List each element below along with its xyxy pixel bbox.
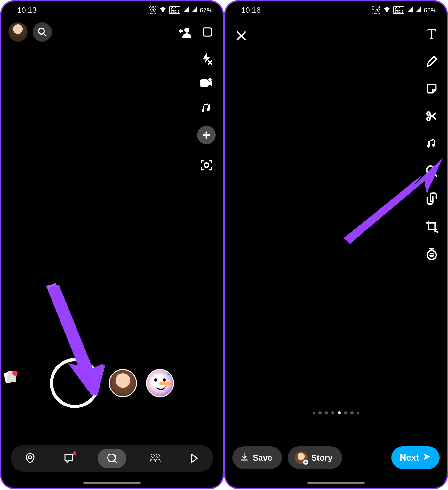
camera-tools: + <box>197 51 216 173</box>
nav-chat[interactable] <box>59 449 78 468</box>
signal-icon-1 <box>407 7 413 14</box>
lte-badge: Vo" LTE 2 <box>393 6 404 14</box>
profile-avatar[interactable] <box>8 22 28 42</box>
text-tool[interactable] <box>424 26 439 41</box>
home-indicator <box>83 482 141 484</box>
save-button[interactable]: Save <box>232 446 282 469</box>
svg-point-14 <box>204 163 209 167</box>
music-button[interactable] <box>199 101 214 116</box>
video-button[interactable]: + <box>199 76 214 91</box>
camera-top-row <box>1 19 223 45</box>
svg-point-3 <box>184 28 189 33</box>
home-indicator <box>307 482 365 484</box>
clock: 10:13 <box>17 6 36 15</box>
flash-button[interactable] <box>199 51 214 66</box>
download-icon <box>239 452 249 464</box>
svg-point-24 <box>388 10 390 12</box>
battery-text: 67% <box>200 7 212 14</box>
filter-pagination <box>313 411 359 414</box>
status-bar: 10:13 968 KB/S Vo" LTE 2 67% <box>1 1 223 19</box>
page-dot-active <box>338 411 341 414</box>
svg-point-23 <box>156 454 159 457</box>
lte-badge: Vo" LTE 2 <box>169 6 180 14</box>
story-avatar-icon <box>295 451 308 464</box>
page-dot <box>357 412 359 414</box>
more-tools-button[interactable] <box>197 126 216 144</box>
editor-screen: 10:16 0.16 KB/S Vo" LTE 2 66% <box>224 0 448 489</box>
page-dot <box>350 411 354 414</box>
close-button[interactable] <box>236 30 247 44</box>
send-icon <box>422 452 431 463</box>
nav-camera[interactable] <box>98 449 126 468</box>
send-bar: Save Story Next <box>232 446 440 469</box>
crop-tool[interactable] <box>424 219 439 234</box>
network-speed: 968 KB/S <box>147 6 157 14</box>
scan-button[interactable] <box>199 158 214 173</box>
sparkle-icon: ✦ <box>130 369 137 376</box>
page-dot <box>313 412 315 414</box>
story-button[interactable]: Story <box>288 446 342 469</box>
signal-icon-2 <box>191 7 197 14</box>
lens-option-1[interactable]: ✦ <box>109 369 137 397</box>
page-dot <box>344 411 347 414</box>
link-tool[interactable] <box>424 191 439 206</box>
music-tool[interactable] <box>424 136 439 151</box>
page-dot <box>318 411 322 414</box>
lens-option-2[interactable] <box>146 369 174 397</box>
bottom-nav <box>11 445 213 472</box>
story-label: Story <box>311 453 332 463</box>
svg-rect-13 <box>203 134 210 136</box>
svg-rect-6 <box>203 28 211 36</box>
page-dot <box>331 411 334 414</box>
next-button[interactable]: Next <box>391 446 440 469</box>
nav-spotlight[interactable] <box>184 449 204 468</box>
nav-stories[interactable] <box>146 449 165 468</box>
signal-icon-1 <box>183 7 189 14</box>
page-dot <box>325 411 328 414</box>
svg-line-2 <box>44 33 46 36</box>
svg-point-28 <box>427 117 430 120</box>
svg-point-0 <box>164 10 166 12</box>
signal-icon-2 <box>415 7 421 14</box>
capture-area: ✦ <box>1 358 223 408</box>
status-bar: 10:16 0.16 KB/S Vo" LTE 2 66% <box>225 1 447 19</box>
next-label: Next <box>400 453 419 463</box>
svg-rect-5 <box>179 30 183 32</box>
capture-button[interactable] <box>50 358 100 408</box>
draw-tool[interactable] <box>424 54 439 68</box>
wifi-icon <box>383 6 391 14</box>
network-speed: 0.16 KB/S <box>371 6 381 14</box>
svg-text:+: + <box>209 78 211 82</box>
add-friend-button[interactable] <box>177 24 194 40</box>
magic-tool[interactable] <box>424 164 439 179</box>
svg-point-27 <box>427 112 430 115</box>
clock: 10:16 <box>241 6 260 15</box>
svg-point-20 <box>29 456 32 459</box>
timer-tool[interactable] <box>424 246 439 261</box>
battery-text: 66% <box>424 7 436 14</box>
scissors-tool[interactable] <box>424 109 439 124</box>
editor-tools <box>424 26 439 261</box>
svg-rect-9 <box>200 79 209 87</box>
wifi-icon <box>159 6 167 14</box>
svg-point-22 <box>151 454 154 457</box>
svg-point-32 <box>436 231 438 233</box>
sticker-tool[interactable] <box>424 81 439 96</box>
camera-screen: 10:13 968 KB/S Vo" LTE 2 67% <box>0 0 224 489</box>
flip-camera-button[interactable] <box>199 24 216 40</box>
save-label: Save <box>253 453 272 463</box>
search-button[interactable] <box>33 22 52 42</box>
new-indicator <box>167 369 174 376</box>
nav-map[interactable] <box>20 449 40 468</box>
notification-dot <box>73 451 76 455</box>
